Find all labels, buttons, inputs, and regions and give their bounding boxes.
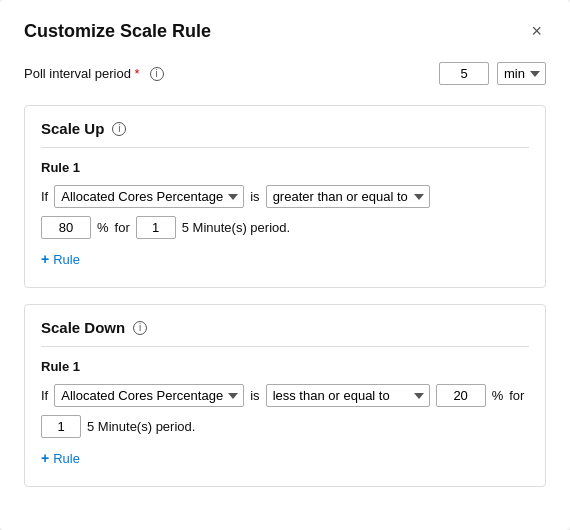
scale-down-header: Scale Down i (41, 319, 529, 347)
scale-down-unit: % (492, 388, 504, 403)
dialog-header: Customize Scale Rule × (24, 20, 546, 42)
poll-interval-input[interactable] (439, 62, 489, 85)
scale-up-period-input[interactable] (136, 216, 176, 239)
scale-down-period-row: 5 Minute(s) period. (41, 415, 529, 438)
scale-down-if-text: If (41, 388, 48, 403)
scale-up-if-text: If (41, 189, 48, 204)
poll-interval-row: Poll interval period * i min sec hr (24, 62, 546, 85)
scale-down-metric-select[interactable]: Allocated Cores Percentage CPU Usage Mem… (54, 384, 244, 407)
scale-down-rule1-row: If Allocated Cores Percentage CPU Usage … (41, 384, 529, 407)
scale-up-info-icon: i (112, 122, 126, 136)
scale-up-is-text: is (250, 189, 259, 204)
scale-down-period-input[interactable] (41, 415, 81, 438)
scale-down-info-icon: i (133, 321, 147, 335)
scale-up-threshold-input[interactable] (41, 216, 91, 239)
scale-up-unit: % (97, 220, 109, 235)
scale-up-add-rule-label: Rule (53, 252, 80, 267)
scale-up-metric-select[interactable]: Allocated Cores Percentage CPU Usage Mem… (54, 185, 244, 208)
scale-up-rule1-label: Rule 1 (41, 160, 529, 175)
scale-up-threshold-row: % for 5 Minute(s) period. (41, 216, 529, 239)
customize-scale-rule-dialog: Customize Scale Rule × Poll interval per… (0, 0, 570, 530)
poll-unit-select[interactable]: min sec hr (497, 62, 546, 85)
scale-up-title: Scale Up (41, 120, 104, 137)
scale-down-section: Scale Down i Rule 1 If Allocated Cores P… (24, 304, 546, 487)
scale-down-for-text: for (509, 388, 524, 403)
scale-up-add-rule-button[interactable]: + Rule (41, 247, 80, 271)
scale-up-section: Scale Up i Rule 1 If Allocated Cores Per… (24, 105, 546, 288)
required-star: * (131, 66, 140, 81)
scale-down-title: Scale Down (41, 319, 125, 336)
scale-up-header: Scale Up i (41, 120, 529, 148)
poll-info-icon: i (150, 67, 164, 81)
close-button[interactable]: × (527, 20, 546, 42)
scale-down-add-rule-button[interactable]: + Rule (41, 446, 80, 470)
scale-down-plus-icon: + (41, 450, 49, 466)
scale-down-is-text: is (250, 388, 259, 403)
scale-up-period-suffix: 5 Minute(s) period. (182, 220, 290, 235)
scale-down-add-rule-label: Rule (53, 451, 80, 466)
dialog-title: Customize Scale Rule (24, 21, 211, 42)
scale-down-rule1-label: Rule 1 (41, 359, 529, 374)
scale-up-plus-icon: + (41, 251, 49, 267)
scale-up-rule1-row: If Allocated Cores Percentage CPU Usage … (41, 185, 529, 208)
scale-down-threshold-input[interactable] (436, 384, 486, 407)
scale-up-for-text: for (115, 220, 130, 235)
scale-up-condition-select[interactable]: greater than or equal to less than or eq… (266, 185, 430, 208)
poll-label: Poll interval period * (24, 66, 140, 81)
scale-down-period-suffix: 5 Minute(s) period. (87, 419, 195, 434)
scale-down-condition-select[interactable]: greater than or equal to less than or eq… (266, 384, 430, 407)
